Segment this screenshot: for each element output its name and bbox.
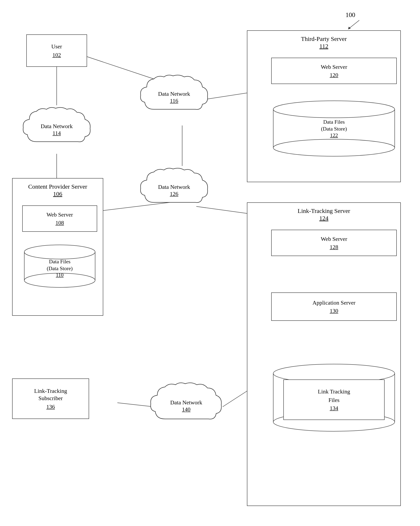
link-tracking-server-label: Link-Tracking Server xyxy=(251,207,396,215)
web-server-120-label: Web Server xyxy=(321,63,347,71)
link-tracking-server-number: 124 xyxy=(251,215,396,222)
web-server-108-label: Web Server xyxy=(47,211,73,218)
web-server-120-box: Web Server 120 xyxy=(271,58,397,84)
data-files-122-cylinder: Data Files (Data Store) 122 xyxy=(271,100,397,157)
data-network-126-number: 126 xyxy=(170,191,178,197)
data-network-140-cloud: Data Network 140 xyxy=(148,381,225,431)
third-party-label: Third-Party Server xyxy=(251,35,396,43)
link-tracking-files-box: Link Tracking Files 134 xyxy=(283,379,385,420)
data-network-116-cloud: Data Network 116 xyxy=(138,73,211,121)
data-network-116-number: 116 xyxy=(170,98,178,104)
third-party-server-box: Third-Party Server 112 Web Server 120 Da… xyxy=(247,30,401,182)
user-number: 102 xyxy=(52,52,61,58)
ref-number: 100 xyxy=(346,11,355,19)
link-tracking-files-number: 134 xyxy=(330,405,338,411)
web-server-108-box: Web Server 108 xyxy=(22,205,97,232)
diagram: 100 User 102 xyxy=(0,0,420,526)
application-server-130-label: Application Server xyxy=(313,299,355,306)
data-files-122-label: Data Files xyxy=(323,119,345,125)
data-files-122-number: 122 xyxy=(330,132,338,138)
user-label: User xyxy=(51,43,62,50)
third-party-number: 112 xyxy=(251,43,396,50)
content-provider-server-box: Content Provider Server 106 Web Server 1… xyxy=(12,178,103,316)
link-tracking-subscriber-label: Link-Tracking Subscriber xyxy=(34,387,67,402)
data-files-122-label2: (Data Store) xyxy=(321,125,347,132)
ref-arrow xyxy=(345,18,361,30)
web-server-108-number: 108 xyxy=(55,220,64,226)
data-network-114-cloud: Data Network 114 xyxy=(20,105,93,154)
data-files-110-cylinder: Data Files (Data Store) 110 xyxy=(22,244,97,288)
link-tracking-files-label2: Files xyxy=(328,396,339,404)
data-network-116-label: Data Network xyxy=(158,90,190,98)
user-box: User 102 xyxy=(26,34,87,67)
data-network-126-label: Data Network xyxy=(158,183,190,191)
data-files-110-label2: (Data Store) xyxy=(47,265,73,272)
link-tracking-subscriber-number: 136 xyxy=(46,404,55,410)
web-server-128-label: Web Server xyxy=(321,235,347,243)
data-network-140-label: Data Network xyxy=(170,399,202,406)
web-server-128-number: 128 xyxy=(330,244,338,250)
application-server-130-number: 130 xyxy=(330,308,338,314)
link-tracking-server-box: Link-Tracking Server 124 Web Server 128 … xyxy=(247,202,401,506)
link-tracking-subscriber-box: Link-Tracking Subscriber 136 xyxy=(12,378,89,419)
data-network-114-label: Data Network xyxy=(41,123,73,130)
data-network-126-cloud: Data Network 126 xyxy=(138,166,211,214)
svg-line-0 xyxy=(349,20,359,28)
data-files-110-number: 110 xyxy=(56,272,63,278)
application-server-130-box: Application Server 130 xyxy=(271,293,397,321)
content-provider-number: 106 xyxy=(17,191,99,197)
data-files-132-cylinder: Data Files (Data Store) 132 Link Trackin… xyxy=(271,363,397,432)
data-network-114-number: 114 xyxy=(53,130,61,136)
data-network-140-number: 140 xyxy=(182,406,190,413)
web-server-120-number: 120 xyxy=(330,72,338,78)
data-files-110-label: Data Files xyxy=(49,258,71,265)
content-provider-label: Content Provider Server xyxy=(17,182,99,191)
web-server-128-box: Web Server 128 xyxy=(271,230,397,256)
link-tracking-files-label: Link Tracking xyxy=(318,388,350,395)
